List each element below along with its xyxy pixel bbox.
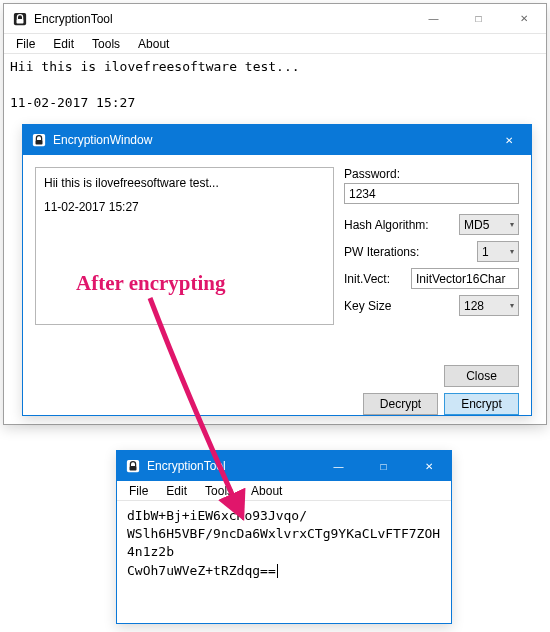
plaintext-textarea[interactable]: Hii this is ilovefreesoftware test... 11… bbox=[35, 167, 334, 325]
res-content[interactable]: dIbW+Bj+iEW6xcKo93Jvqo/ WSlh6H5VBF/9ncDa… bbox=[117, 501, 451, 586]
res-menu-about[interactable]: About bbox=[243, 482, 290, 500]
iv-input[interactable] bbox=[411, 268, 519, 289]
enc-title: EncryptionWindow bbox=[53, 133, 152, 147]
encrypt-button[interactable]: Encrypt bbox=[444, 393, 519, 415]
res-menu-edit[interactable]: Edit bbox=[158, 482, 195, 500]
menu-tools[interactable]: Tools bbox=[84, 35, 128, 53]
main-title: EncryptionTool bbox=[34, 12, 113, 26]
menu-about[interactable]: About bbox=[130, 35, 177, 53]
main-content[interactable]: Hii this is ilovefreesoftware test... 11… bbox=[4, 54, 546, 117]
res-close-button[interactable]: ✕ bbox=[406, 451, 451, 481]
svg-rect-5 bbox=[130, 466, 137, 470]
minimize-button[interactable]: — bbox=[411, 4, 456, 34]
pw-iter-select[interactable]: 1 ▾ bbox=[477, 241, 519, 262]
iv-label: Init.Vect: bbox=[344, 272, 390, 286]
hash-label: Hash Algorithm: bbox=[344, 218, 429, 232]
maximize-button[interactable]: □ bbox=[456, 4, 501, 34]
main-menubar: File Edit Tools About bbox=[4, 34, 546, 54]
settings-panel: Password: Hash Algorithm: MD5 ▾ PW Itera… bbox=[344, 167, 519, 325]
password-input[interactable] bbox=[344, 183, 519, 204]
chevron-down-icon: ▾ bbox=[510, 247, 514, 256]
plaintext-line2: 11-02-2017 15:27 bbox=[44, 198, 325, 216]
res-menu-file[interactable]: File bbox=[121, 482, 156, 500]
lock-icon bbox=[125, 458, 141, 474]
res-maximize-button[interactable]: □ bbox=[361, 451, 406, 481]
chevron-down-icon: ▾ bbox=[510, 301, 514, 310]
key-size-select[interactable]: 128 ▾ bbox=[459, 295, 519, 316]
lock-icon bbox=[31, 132, 47, 148]
hash-value: MD5 bbox=[464, 218, 489, 232]
res-titlebar: EncryptionTool — □ ✕ bbox=[117, 451, 451, 481]
res-menubar: File Edit Tools About bbox=[117, 481, 451, 501]
decrypt-button[interactable]: Decrypt bbox=[363, 393, 438, 415]
menu-file[interactable]: File bbox=[8, 35, 43, 53]
menu-edit[interactable]: Edit bbox=[45, 35, 82, 53]
main-text-line1: Hii this is ilovefreesoftware test... bbox=[10, 59, 300, 74]
encryption-window: EncryptionWindow ✕ Hii this is ilovefree… bbox=[22, 124, 532, 416]
key-size-value: 128 bbox=[464, 299, 484, 313]
enc-close-button[interactable]: ✕ bbox=[486, 125, 531, 155]
main-titlebar: EncryptionTool — □ ✕ bbox=[4, 4, 546, 34]
svg-rect-3 bbox=[36, 140, 43, 144]
close-button[interactable]: ✕ bbox=[501, 4, 546, 34]
plaintext-line1: Hii this is ilovefreesoftware test... bbox=[44, 174, 325, 192]
res-minimize-button[interactable]: — bbox=[316, 451, 361, 481]
enc-titlebar: EncryptionWindow ✕ bbox=[23, 125, 531, 155]
text-cursor bbox=[277, 564, 278, 578]
lock-icon bbox=[12, 11, 28, 27]
pw-iter-label: PW Iterations: bbox=[344, 245, 419, 259]
close-button[interactable]: Close bbox=[444, 365, 519, 387]
chevron-down-icon: ▾ bbox=[510, 220, 514, 229]
button-row: Close Decrypt Encrypt bbox=[35, 365, 519, 415]
main-text-line2: 11-02-2017 15:27 bbox=[10, 95, 135, 110]
main-window: EncryptionTool — □ ✕ File Edit Tools Abo… bbox=[3, 3, 547, 425]
svg-rect-1 bbox=[17, 19, 24, 23]
ciphertext-text: dIbW+Bj+iEW6xcKo93Jvqo/ WSlh6H5VBF/9ncDa… bbox=[127, 508, 440, 578]
hash-select[interactable]: MD5 ▾ bbox=[459, 214, 519, 235]
result-window: EncryptionTool — □ ✕ File Edit Tools Abo… bbox=[116, 450, 452, 624]
key-size-label: Key Size bbox=[344, 299, 391, 313]
res-menu-tools[interactable]: Tools bbox=[197, 482, 241, 500]
res-title: EncryptionTool bbox=[147, 459, 226, 473]
password-label: Password: bbox=[344, 167, 400, 181]
pw-iter-value: 1 bbox=[482, 245, 489, 259]
